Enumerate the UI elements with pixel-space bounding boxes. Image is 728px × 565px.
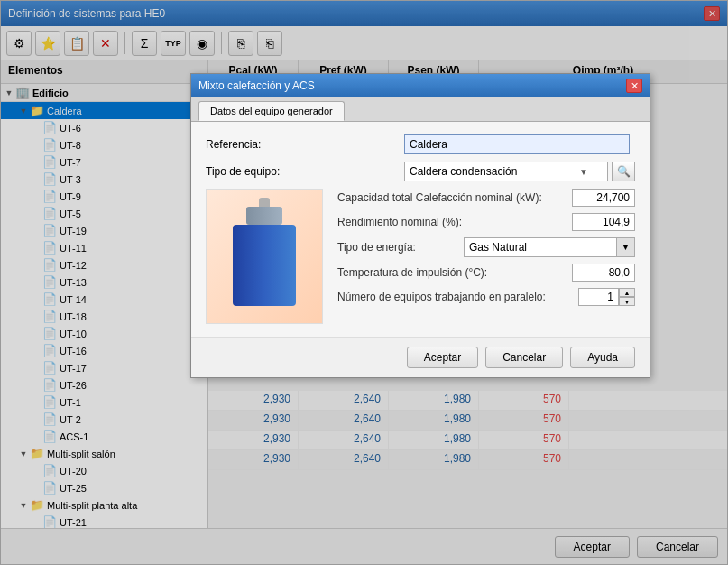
modal-title-text: Mixto calefacción y ACS	[198, 79, 315, 92]
tipo-energia-label: Tipo de energía:	[337, 241, 464, 254]
num-equipos-spinner: ▲ ▼	[578, 288, 635, 306]
tipo-equipo-row: Tipo de equipo: Caldera condensación Cal…	[206, 162, 635, 181]
rendimiento-input[interactable]	[572, 213, 635, 231]
tipo-equipo-info-button[interactable]: 🔍	[612, 162, 635, 181]
modal-aceptar-button[interactable]: Aceptar	[407, 347, 478, 368]
modal-tab-strip: Datos del equipo generador	[191, 97, 650, 122]
num-equipos-label: Número de equipos trabajando en paralelo…	[337, 291, 578, 303]
referencia-label: Referencia:	[206, 138, 404, 151]
modal-body: Referencia: Tipo de equipo: Caldera cond…	[191, 122, 650, 337]
tipo-energia-select[interactable]: Gas Natural Gas Propano Gasóleo Electric…	[464, 237, 617, 257]
modal-close-button[interactable]: ✕	[626, 79, 642, 93]
specs-area: Capacidad total Calefacción nominal (kW)…	[337, 189, 635, 324]
spinner-controls: ▲ ▼	[619, 288, 635, 306]
boiler-image	[206, 189, 323, 324]
referencia-input[interactable]	[404, 134, 630, 154]
temperatura-row: Temperatura de impulsión (°C):	[337, 264, 635, 282]
modal-cancelar-button[interactable]: Cancelar	[485, 347, 563, 368]
rendimiento-label: Rendimiento nominal (%):	[337, 216, 572, 228]
num-equipos-input[interactable]	[578, 288, 619, 306]
tab-datos-equipo[interactable]: Datos del equipo generador	[198, 101, 345, 121]
capacidad-label: Capacidad total Calefacción nominal (kW)…	[337, 191, 572, 204]
tipo-equipo-label: Tipo de equipo:	[206, 165, 404, 178]
modal-ayuda-button[interactable]: Ayuda	[570, 347, 635, 368]
spinner-down-button[interactable]: ▼	[619, 297, 635, 306]
boiler-shape	[228, 207, 300, 306]
tipo-energia-arrow-icon: ▼	[617, 237, 635, 257]
temperatura-label: Temperatura de impulsión (°C):	[337, 266, 572, 279]
rendimiento-row: Rendimiento nominal (%):	[337, 213, 635, 231]
boiler-body	[233, 225, 296, 306]
main-window: Definición de sistemas para HE0 ✕ ⚙ ⭐ 📋 …	[0, 0, 728, 565]
num-equipos-row: Número de equipos trabajando en paralelo…	[337, 288, 635, 306]
capacidad-row: Capacidad total Calefacción nominal (kW)…	[337, 189, 635, 207]
modal-footer: Aceptar Cancelar Ayuda	[191, 337, 650, 377]
tipo-energia-select-wrap: Gas Natural Gas Propano Gasóleo Electric…	[464, 237, 635, 257]
modal-dialog: Mixto calefacción y ACS ✕ Datos del equi…	[190, 73, 650, 378]
middle-section: Capacidad total Calefacción nominal (kW)…	[206, 189, 635, 324]
modal-title-bar: Mixto calefacción y ACS ✕	[191, 74, 650, 97]
tipo-energia-row: Tipo de energía: Gas Natural Gas Propano…	[337, 237, 635, 257]
capacidad-input[interactable]	[572, 189, 635, 207]
modal-overlay: Mixto calefacción y ACS ✕ Datos del equi…	[1, 1, 727, 564]
spinner-up-button[interactable]: ▲	[619, 288, 635, 297]
temperatura-input[interactable]	[572, 264, 635, 282]
boiler-top	[246, 207, 282, 225]
tipo-equipo-select[interactable]: Caldera condensación Caldera estándar Bo…	[404, 162, 608, 181]
referencia-row: Referencia:	[206, 134, 635, 154]
